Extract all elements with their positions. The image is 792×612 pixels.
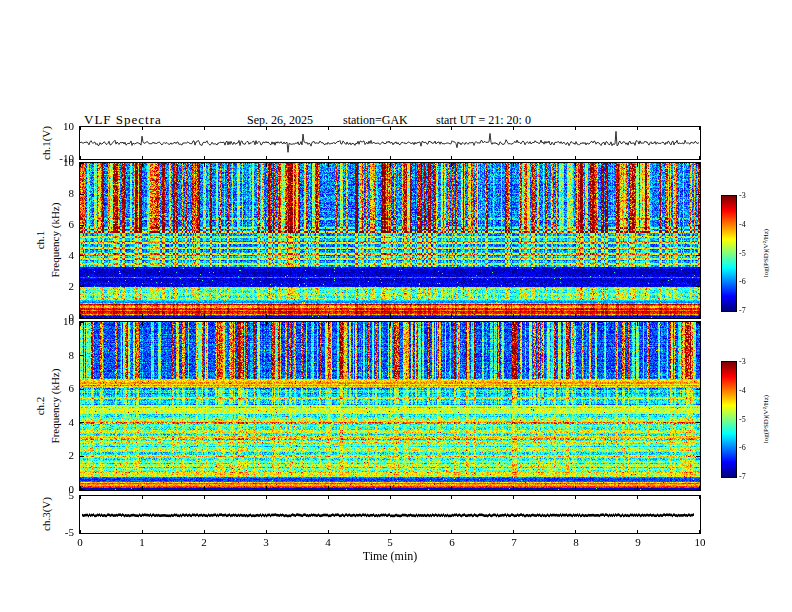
colorbar-1-tick: -4 bbox=[739, 220, 755, 229]
colorbar-2-canvas bbox=[722, 362, 736, 477]
ch3-axis-label: ch.3(V) bbox=[40, 497, 52, 531]
ch3-y-tick: 5 bbox=[52, 489, 74, 501]
ch1-spectrogram-canvas bbox=[80, 163, 700, 318]
x-tick: 9 bbox=[628, 536, 648, 548]
x-tick: 5 bbox=[380, 536, 400, 548]
spec1-channel-label: ch.1 bbox=[34, 231, 46, 250]
colorbar-1-tick: -3 bbox=[739, 191, 755, 200]
ch3-y-tick: -5 bbox=[52, 526, 74, 538]
x-tick: 1 bbox=[132, 536, 152, 548]
ch3-trace-canvas bbox=[80, 496, 700, 533]
ch1-y-tick: -10 bbox=[52, 152, 74, 164]
colorbar-2-tick: -6 bbox=[739, 443, 755, 452]
ch1-waveform-canvas bbox=[80, 127, 700, 159]
spec1-y-tick: 8 bbox=[52, 187, 74, 199]
colorbar-2-tick: -4 bbox=[739, 386, 755, 395]
x-tick: 6 bbox=[442, 536, 462, 548]
spec1-y-tick: 10 bbox=[52, 156, 74, 168]
ch1-spectrogram-panel bbox=[79, 162, 701, 319]
colorbar-1-tick: -7 bbox=[739, 306, 755, 315]
colorbar-1 bbox=[721, 195, 737, 312]
colorbar-1-tick: -6 bbox=[739, 277, 755, 286]
x-tick: 7 bbox=[504, 536, 524, 548]
colorbar-2-tick: -7 bbox=[739, 472, 755, 481]
colorbar-1-canvas bbox=[722, 196, 736, 311]
colorbar-2-tick: -3 bbox=[739, 357, 755, 366]
spec2-y-tick: 2 bbox=[52, 449, 74, 461]
ch2-spectrogram-panel bbox=[79, 321, 701, 491]
x-tick: 3 bbox=[256, 536, 276, 548]
spec2-y-tick: 10 bbox=[52, 315, 74, 327]
colorbar-1-label: log(PSD)(V²/Hz) bbox=[762, 229, 770, 277]
colorbar-1-tick: -5 bbox=[739, 249, 755, 258]
x-tick: 0 bbox=[70, 536, 90, 548]
spec1-frequency-label: Frequency (kHz) bbox=[49, 203, 61, 278]
vlf-spectra-figure: VLF Spectra Sep. 26, 2025 station=GAK st… bbox=[0, 0, 792, 612]
spec2-channel-label: ch.2 bbox=[34, 397, 46, 416]
ch2-spectrogram-canvas bbox=[80, 322, 700, 490]
spec2-y-tick: 8 bbox=[52, 349, 74, 361]
x-tick: 2 bbox=[194, 536, 214, 548]
colorbar-2 bbox=[721, 361, 737, 478]
time-axis-label: Time (min) bbox=[80, 549, 700, 564]
x-tick: 8 bbox=[566, 536, 586, 548]
colorbar-2-label: log(PSD)(V²/Hz) bbox=[762, 395, 770, 443]
ch1-y-tick: 10 bbox=[52, 120, 74, 132]
spec2-frequency-label: Frequency (kHz) bbox=[49, 369, 61, 444]
spec1-y-tick: 2 bbox=[52, 280, 74, 292]
colorbar-2-tick: -5 bbox=[739, 415, 755, 424]
spec1-y-tick: 0 bbox=[52, 311, 74, 323]
ch1-axis-label: ch.1(V) bbox=[40, 126, 52, 160]
ch3-trace-panel bbox=[79, 495, 701, 534]
x-tick: 4 bbox=[318, 536, 338, 548]
x-tick: 10 bbox=[690, 536, 710, 548]
ch1-waveform-panel bbox=[79, 126, 701, 160]
spec2-y-tick: 0 bbox=[52, 483, 74, 495]
